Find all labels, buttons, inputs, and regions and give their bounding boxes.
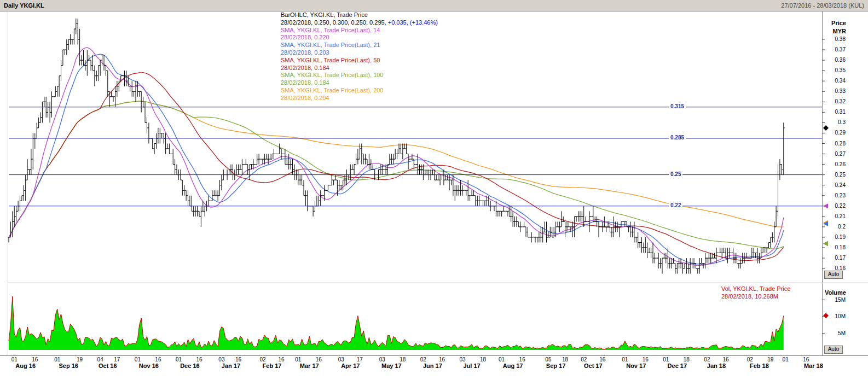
x-axis-day-label: 16 — [643, 356, 649, 362]
price-tick-label: 0.22 — [825, 203, 846, 209]
x-axis-day-label: 02 — [581, 356, 587, 362]
price-tick-label: 0.19 — [825, 234, 846, 240]
price-tick-label: 0.2 — [825, 224, 846, 230]
hline-value-label: 0.22 — [669, 202, 682, 208]
x-axis-month-label: Feb 17 — [263, 362, 282, 369]
price-tick-label: 0.33 — [825, 88, 846, 94]
sma-legend-name: SMA, YKGI.KL, Trade Price(Last), 200 — [281, 87, 438, 95]
x-axis-day-label: 01 — [622, 356, 628, 362]
hline-value-label: 0.315 — [669, 103, 686, 109]
price-tick-label: 0.37 — [825, 46, 846, 52]
sma-legend-value: 28/02/2018, 0.184 — [281, 65, 438, 72]
chart-window: Daily YKGI.KL 27/07/2016 - 28/03/2018 (K… — [0, 0, 868, 386]
price-tick-label: 0.34 — [825, 78, 846, 84]
x-axis-month-label: Aug 16 — [15, 362, 36, 369]
x-axis-day-label: 18 — [480, 356, 486, 362]
x-axis-day-label: 01 — [54, 356, 60, 362]
sma-legend-name: SMA, YKGI.KL, Trade Price(Last), 21 — [281, 42, 438, 49]
x-axis-month-label: Oct 16 — [99, 362, 117, 369]
price-tick-label: 0.28 — [825, 141, 846, 147]
x-axis-day-label: 18 — [562, 356, 568, 362]
x-axis-day-label: 01 — [176, 356, 182, 362]
hline-value-label: 0.25 — [669, 171, 682, 177]
x-axis-day-label: 02 — [259, 356, 265, 362]
x-axis-day-label: 16 — [599, 356, 605, 362]
ohlc-legend-row: 28/02/2018, 0.250, 0.300, 0.250, 0.295, … — [281, 19, 438, 27]
sma-legend-value: 28/02/2018, 0.204 — [281, 95, 438, 102]
ohlc-legend-values: 28/02/2018, 0.250, 0.300, 0.250, 0.295, — [281, 19, 386, 26]
x-axis-month-label: May 17 — [381, 362, 402, 369]
price-tick-label: 0.3 — [825, 119, 846, 125]
x-axis-day-label: 05 — [545, 356, 551, 362]
x-axis-day-label: 02 — [747, 356, 753, 362]
x-axis-day-label: 19 — [77, 356, 83, 362]
x-axis-month-label: Apr 17 — [341, 362, 360, 369]
x-axis-day-label: 16 — [722, 356, 728, 362]
volume-legend-title: Vol, YKGI.KL, Trade Price — [721, 285, 790, 293]
x-axis-day-label: 16 — [196, 356, 202, 362]
price-tick-label: 0.38 — [825, 36, 846, 42]
x-axis-month-label: Jul 17 — [463, 362, 480, 369]
sma-100-line — [9, 101, 784, 249]
x-axis-day-label: 01 — [135, 356, 141, 362]
x-axis-day-label: 16 — [155, 356, 161, 362]
price-tick-label: 0.18 — [825, 244, 846, 250]
price-tick-label: 0.29 — [825, 130, 846, 136]
x-axis-month-label: Jan 17 — [222, 362, 240, 369]
x-axis-day-label: 18 — [400, 356, 406, 362]
price-tick-label: 0.26 — [825, 161, 846, 167]
x-axis-day-label: 03 — [338, 356, 344, 362]
x-axis-day-label: 16 — [316, 356, 322, 362]
x-axis-month-label: Sep 17 — [546, 362, 565, 369]
x-axis-day-label: 16 — [32, 356, 38, 362]
volume-legend: Vol, YKGI.KL, Trade Price 28/02/2018, 10… — [721, 285, 790, 301]
price-axis-unit: MYR — [821, 28, 846, 34]
x-axis-day-label: 16 — [235, 356, 241, 362]
x-axis-month-label: Mar 18 — [804, 362, 823, 369]
sma-legend: SMA, YKGI.KL, Trade Price(Last), 1428/02… — [281, 27, 438, 34]
x-axis-month-label: Dec 16 — [180, 362, 199, 369]
price-tick-label: 0.17 — [825, 255, 846, 261]
price-tick-label: 0.27 — [825, 151, 846, 157]
ohlc-legend: BarOHLC, YKGI.KL, Trade Price 28/02/2018… — [281, 11, 438, 34]
x-axis-day-label: 16 — [803, 356, 809, 362]
x-axis-month-label: Oct 17 — [584, 362, 603, 369]
price-tick-label: 0.31 — [825, 109, 846, 115]
x-axis-day-label: 19 — [767, 356, 773, 362]
sma-legend-name: SMA, YKGI.KL, Trade Price(Last), 100 — [281, 72, 438, 79]
volume-tick-label: 5M — [825, 330, 846, 336]
sma-legend-value: 28/02/2018, 0.184 — [281, 79, 438, 87]
price-axis-title: Price — [821, 20, 846, 26]
price-tick-label: 0.21 — [825, 213, 846, 219]
price-tick-label: 0.32 — [825, 98, 846, 104]
x-axis-day-label: 03 — [459, 356, 465, 362]
x-axis-day-label: 02 — [420, 356, 426, 362]
volume-auto-button[interactable]: Auto — [824, 346, 843, 354]
volume-tick-label: 10M — [825, 313, 846, 319]
ohlc-legend-title: BarOHLC, YKGI.KL, Trade Price — [281, 11, 438, 19]
sma-legend-name: SMA, YKGI.KL, Trade Price(Last), 50 — [281, 57, 438, 65]
x-axis-month-label: Mar 17 — [300, 362, 319, 369]
volume-axis-title: Volume — [821, 289, 846, 296]
price-tick-label: 0.24 — [825, 182, 846, 188]
x-axis-day-label: 03 — [218, 356, 224, 362]
x-axis-day-label: 01 — [11, 356, 18, 362]
x-axis-month-label: Nov 17 — [626, 362, 646, 369]
x-axis-day-label: 17 — [114, 356, 120, 362]
x-axis-day-label: 01 — [783, 356, 789, 362]
ohlc-legend-change: +0.035, (+13.46%) — [388, 19, 438, 26]
x-axis-day-label: 16 — [279, 356, 285, 362]
price-tick-label: 0.23 — [825, 192, 846, 198]
x-axis-day-label: 01 — [499, 356, 505, 362]
x-axis-day-label: 17 — [357, 356, 363, 362]
sma-legend-name: SMA, YKGI.KL, Trade Price(Last), 14 — [281, 27, 438, 34]
price-tick-label: 0.35 — [825, 67, 846, 73]
x-axis-day-label: 02 — [704, 356, 710, 362]
x-axis-month-label: Dec 17 — [668, 362, 687, 369]
x-axis-month-label: Feb 18 — [750, 362, 769, 369]
x-axis-day-label: 03 — [379, 356, 385, 362]
price-auto-button[interactable]: Auto — [824, 271, 843, 279]
hline-value-label: 0.285 — [669, 134, 686, 141]
x-axis-day-label: 01 — [295, 356, 301, 362]
x-axis-day-label: 16 — [519, 356, 525, 362]
